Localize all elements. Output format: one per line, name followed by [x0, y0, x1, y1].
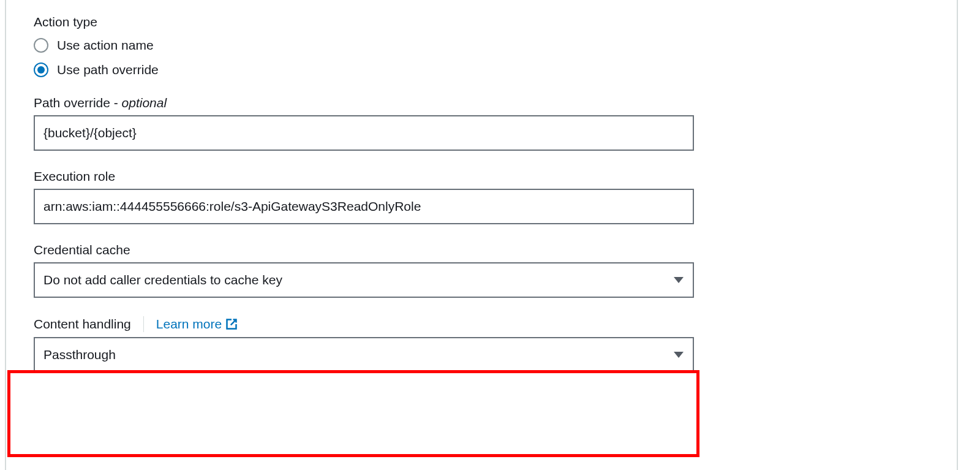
chevron-down-icon [673, 276, 684, 284]
svg-marker-1 [674, 352, 684, 358]
radio-label: Use action name [57, 38, 154, 53]
external-link-icon [225, 318, 238, 330]
form-panel: Action type Use action name Use path ove… [5, 0, 958, 470]
path-override-group: Path override - optional [34, 96, 929, 151]
radio-circle-icon [34, 38, 48, 53]
path-override-input[interactable] [34, 115, 694, 151]
action-type-label: Action type [34, 15, 929, 29]
vertical-divider [143, 316, 144, 332]
action-type-radio-group: Use action name Use path override [34, 38, 929, 77]
radio-use-action-name[interactable]: Use action name [34, 38, 929, 53]
credential-cache-selected-value: Do not add caller credentials to cache k… [43, 273, 282, 287]
learn-more-link[interactable]: Learn more [156, 317, 238, 332]
content-handling-group: Content handling Learn more Passthrough [34, 316, 929, 373]
path-override-label-text: Path override - [34, 96, 122, 110]
execution-role-group: Execution role [34, 169, 929, 224]
chevron-down-icon [673, 351, 684, 359]
action-type-group: Action type Use action name Use path ove… [34, 15, 929, 77]
content-handling-selected-value: Passthrough [43, 347, 116, 362]
execution-role-input[interactable] [34, 189, 694, 224]
path-override-label: Path override - optional [34, 96, 929, 110]
content-handling-label-row: Content handling Learn more [34, 316, 929, 332]
radio-dot-icon [37, 66, 45, 74]
optional-text: optional [122, 96, 167, 110]
radio-circle-selected-icon [34, 63, 48, 77]
credential-cache-group: Credential cache Do not add caller crede… [34, 243, 929, 298]
svg-marker-0 [674, 277, 684, 283]
content-handling-select[interactable]: Passthrough [34, 337, 694, 373]
radio-label: Use path override [57, 63, 159, 77]
execution-role-label: Execution role [34, 169, 929, 184]
radio-use-path-override[interactable]: Use path override [34, 63, 929, 77]
learn-more-text: Learn more [156, 317, 222, 332]
credential-cache-label: Credential cache [34, 243, 929, 257]
content-handling-label: Content handling [34, 317, 131, 332]
credential-cache-select[interactable]: Do not add caller credentials to cache k… [34, 262, 694, 298]
